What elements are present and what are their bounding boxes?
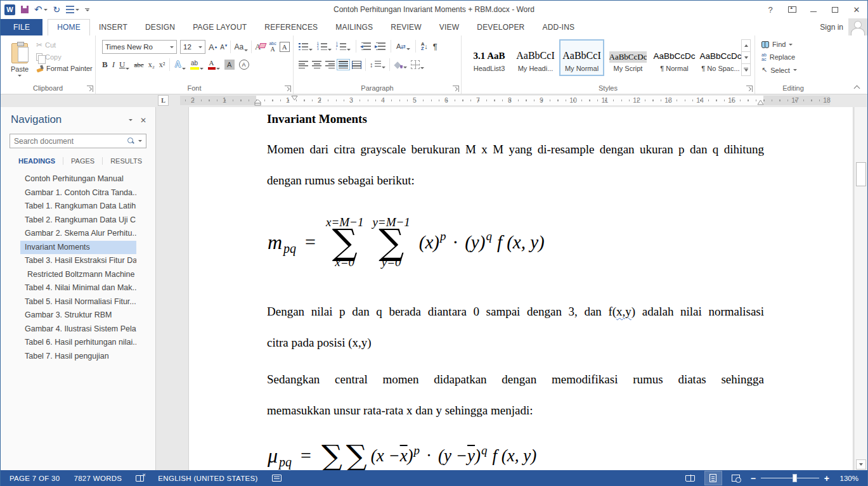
align-center-button[interactable] <box>312 61 321 68</box>
document-page[interactable]: Invariant Moments Momen dari citra grays… <box>188 107 853 471</box>
heading-item[interactable]: Tabel 5. Hasil Normaliasi Fitur... <box>20 295 136 309</box>
macro-recording-button[interactable] <box>272 475 282 482</box>
collapse-ribbon-button[interactable] <box>854 84 860 90</box>
ribbon-tab[interactable]: REVIEW <box>382 20 431 35</box>
highlight-dropdown-icon[interactable] <box>200 68 204 70</box>
ribbon-tab[interactable]: MAILINGS <box>327 20 382 35</box>
font-dialog-launcher[interactable] <box>285 86 291 92</box>
multilevel-list-button[interactable] <box>337 42 351 51</box>
redo-button[interactable] <box>53 4 61 15</box>
select-button[interactable]: Select <box>761 66 797 74</box>
select-dropdown-icon[interactable] <box>793 69 797 71</box>
zoom-out-button[interactable]: − <box>751 473 756 483</box>
grow-font-button[interactable]: A <box>209 42 217 52</box>
proofing-errors-button[interactable] <box>136 475 144 482</box>
ribbon-tab[interactable]: VIEW <box>431 20 468 35</box>
text-effects-button[interactable]: A <box>174 60 185 70</box>
search-box[interactable] <box>10 134 146 148</box>
font-name-dropdown-icon[interactable] <box>170 46 174 48</box>
multilevel-list-dropdown-icon[interactable] <box>75 9 79 11</box>
heading-item[interactable]: Gambar 4. Ilustrasi Sistem Pelat... <box>20 323 136 336</box>
font-color-dropdown-icon[interactable] <box>216 68 220 70</box>
vertical-scrollbar[interactable] <box>854 107 867 471</box>
style-item[interactable]: 3.1 AaB HeadList3 <box>467 39 512 76</box>
style-item[interactable]: AaBbCcI My Normal <box>559 39 604 76</box>
heading-item[interactable]: Invariant Moments <box>20 241 136 255</box>
navigation-options-dropdown-icon[interactable] <box>129 119 133 121</box>
ribbon-tab[interactable]: PAGE LAYOUT <box>184 20 256 35</box>
styles-dialog-launcher[interactable] <box>746 86 753 92</box>
replace-button[interactable]: abacReplace <box>761 53 797 61</box>
shading-button[interactable] <box>394 61 407 68</box>
strikethrough-button[interactable]: abc <box>134 61 143 68</box>
increase-indent-button[interactable] <box>376 42 385 51</box>
align-right-button[interactable] <box>325 61 335 68</box>
tab-stop-selector[interactable]: L <box>158 95 169 106</box>
underline-button[interactable]: U <box>119 60 129 70</box>
web-layout-button[interactable] <box>728 471 744 485</box>
heading-item[interactable]: Contoh Perhitungan Manual <box>20 172 136 186</box>
styles-gallery-more-button[interactable] <box>742 64 750 75</box>
help-button[interactable]: ? <box>760 1 781 18</box>
save-button[interactable] <box>21 6 29 13</box>
style-item[interactable]: AaBbCcDc ¶ No Spac... <box>698 39 743 76</box>
equation-moment-formula[interactable]: mpq = x=M−1 ∑ x=0 y=M−1 ∑ y=0 (x)p · <box>268 201 545 283</box>
clear-formatting-button[interactable]: A <box>255 42 266 52</box>
horizontal-ruler[interactable]: 21 1234567891011121314151718 <box>180 96 830 105</box>
numbering-button[interactable] <box>318 42 332 51</box>
styles-scroll-up-button[interactable] <box>742 40 750 52</box>
heading-item[interactable]: Gambar 2. Skema Alur Perhitu... <box>20 227 136 241</box>
heading-item[interactable]: Restricted Boltzmann Machine <box>20 268 136 282</box>
show-hide-marks-button[interactable] <box>433 42 437 51</box>
align-left-button[interactable] <box>299 61 308 68</box>
shrink-font-button[interactable]: A <box>220 43 227 51</box>
zoom-in-button[interactable]: + <box>824 473 829 483</box>
highlight-color-button[interactable]: ab <box>190 60 204 70</box>
style-item[interactable]: AaBbCcDc My Script <box>606 39 651 76</box>
ribbon-tab[interactable]: REFERENCES <box>256 20 327 35</box>
paragraph-dialog-launcher[interactable] <box>453 86 459 92</box>
heading-item[interactable]: Tabel 4. Nilai Minimal dan Mak... <box>20 281 136 295</box>
first-line-indent-marker[interactable] <box>291 96 298 101</box>
ribbon-tab[interactable]: INSERT <box>90 20 136 35</box>
style-item[interactable]: AaBbCcDc ¶ Normal <box>652 39 697 76</box>
right-indent-marker[interactable] <box>757 99 764 105</box>
justify-button[interactable] <box>339 61 348 68</box>
ribbon-display-options-button[interactable] <box>781 1 803 18</box>
text-effects-dropdown-icon[interactable] <box>182 68 186 70</box>
word-logo-icon[interactable]: W <box>4 4 15 15</box>
enclose-characters-button[interactable]: A <box>239 60 249 70</box>
word-count[interactable]: 7827 WORDS <box>74 475 122 482</box>
navigation-tab[interactable]: RESULTS <box>103 157 150 165</box>
italic-button[interactable]: I <box>112 60 115 70</box>
font-name-combobox[interactable]: Times New Ro <box>102 40 177 54</box>
clipboard-dialog-launcher[interactable] <box>87 86 93 92</box>
heading-item[interactable]: Tabel 3. Hasil Ekstraksi Fitur Da... <box>20 254 136 268</box>
distribute-button[interactable] <box>352 61 361 69</box>
multilevel-list-qat-button[interactable] <box>66 6 79 13</box>
page-indicator[interactable]: PAGE 7 OF 30 <box>10 475 60 482</box>
change-case-button[interactable]: Aa <box>234 42 248 51</box>
scrollbar-thumb[interactable] <box>856 162 866 186</box>
navigation-tab[interactable]: HEADINGS <box>11 157 63 165</box>
bold-button[interactable]: B <box>102 60 108 70</box>
scroll-down-button[interactable] <box>856 459 866 470</box>
copy-button[interactable]: Copy <box>36 53 93 61</box>
ribbon-tab[interactable]: DESIGN <box>136 20 184 35</box>
search-icon[interactable] <box>127 137 134 144</box>
character-border-button[interactable]: A <box>280 42 290 52</box>
heading-item[interactable]: Tabel 2. Rangkuman Data Uji C... <box>20 214 136 227</box>
language-indicator[interactable]: ENGLISH (UNITED STATES) <box>158 475 257 482</box>
heading-item[interactable]: Tabel 6. Hasil perhitungan nilai... <box>20 336 136 350</box>
hanging-indent-marker[interactable] <box>254 99 261 106</box>
borders-button[interactable] <box>411 60 424 69</box>
line-spacing-button[interactable] <box>370 61 385 68</box>
ribbon-tab[interactable]: HOME <box>48 19 90 35</box>
superscript-button[interactable]: x² <box>159 60 165 70</box>
user-avatar[interactable] <box>848 18 867 35</box>
print-layout-button[interactable] <box>705 471 722 485</box>
sort-button[interactable]: AZ <box>421 42 428 51</box>
styles-scroll-down-button[interactable] <box>742 52 750 64</box>
navigation-tab[interactable]: PAGES <box>63 157 103 165</box>
font-size-combobox[interactable]: 12 <box>180 40 205 54</box>
